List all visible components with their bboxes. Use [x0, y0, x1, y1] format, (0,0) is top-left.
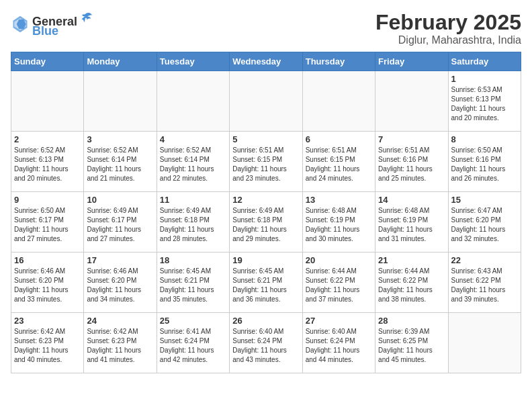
day-number: 9: [14, 195, 81, 205]
logo-icon: [11, 15, 30, 34]
weekday-header: Thursday: [302, 52, 375, 71]
weekday-header: Sunday: [11, 52, 84, 71]
day-number: 20: [306, 255, 372, 265]
day-number: 18: [160, 255, 226, 265]
day-number: 16: [14, 255, 81, 265]
day-number: 8: [451, 134, 518, 144]
calendar-day-cell: 2Sunrise: 6:52 AM Sunset: 6:13 PM Daylig…: [11, 132, 84, 192]
day-info: Sunrise: 6:47 AM Sunset: 6:20 PM Dayligh…: [451, 206, 518, 244]
calendar-day-cell: [230, 71, 302, 132]
calendar-day-cell: 24Sunrise: 6:42 AM Sunset: 6:23 PM Dayli…: [84, 313, 157, 373]
title-area: February 2025 Diglur, Maharashtra, India: [375, 11, 521, 46]
day-info: Sunrise: 6:53 AM Sunset: 6:13 PM Dayligh…: [451, 85, 518, 123]
calendar-day-cell: 11Sunrise: 6:49 AM Sunset: 6:18 PM Dayli…: [157, 192, 229, 253]
calendar-day-cell: 13Sunrise: 6:48 AM Sunset: 6:19 PM Dayli…: [302, 192, 375, 253]
calendar-day-cell: [157, 71, 229, 132]
day-info: Sunrise: 6:49 AM Sunset: 6:17 PM Dayligh…: [87, 206, 153, 244]
day-info: Sunrise: 6:50 AM Sunset: 6:16 PM Dayligh…: [451, 146, 518, 183]
logo-text: General Blue: [32, 11, 93, 37]
page-header: General Blue February 2025 Diglur, Mahar…: [11, 11, 521, 46]
day-info: Sunrise: 6:51 AM Sunset: 6:16 PM Dayligh…: [378, 146, 445, 183]
day-number: 1: [451, 74, 518, 84]
day-info: Sunrise: 6:49 AM Sunset: 6:18 PM Dayligh…: [160, 206, 226, 244]
calendar-day-cell: 16Sunrise: 6:46 AM Sunset: 6:20 PM Dayli…: [11, 253, 84, 313]
weekday-header: Monday: [84, 52, 157, 71]
day-info: Sunrise: 6:41 AM Sunset: 6:24 PM Dayligh…: [160, 327, 226, 365]
calendar-day-cell: 28Sunrise: 6:39 AM Sunset: 6:25 PM Dayli…: [375, 313, 448, 373]
day-number: 24: [87, 316, 153, 326]
calendar-day-cell: 20Sunrise: 6:44 AM Sunset: 6:22 PM Dayli…: [302, 253, 375, 313]
day-info: Sunrise: 6:40 AM Sunset: 6:24 PM Dayligh…: [306, 327, 372, 365]
day-number: 17: [87, 255, 153, 265]
day-info: Sunrise: 6:44 AM Sunset: 6:22 PM Dayligh…: [306, 267, 372, 304]
day-number: 23: [14, 316, 81, 326]
calendar-day-cell: 21Sunrise: 6:44 AM Sunset: 6:22 PM Dayli…: [375, 253, 448, 313]
day-number: 27: [306, 316, 372, 326]
calendar-title: February 2025: [375, 11, 521, 34]
calendar-day-cell: [375, 71, 448, 132]
day-number: 11: [160, 195, 226, 205]
calendar-week-row: 9Sunrise: 6:50 AM Sunset: 6:17 PM Daylig…: [11, 192, 521, 253]
calendar-day-cell: 10Sunrise: 6:49 AM Sunset: 6:17 PM Dayli…: [84, 192, 157, 253]
day-number: 14: [378, 195, 445, 205]
day-info: Sunrise: 6:46 AM Sunset: 6:20 PM Dayligh…: [87, 267, 153, 304]
day-number: 25: [160, 316, 226, 326]
day-number: 21: [378, 255, 445, 265]
day-info: Sunrise: 6:39 AM Sunset: 6:25 PM Dayligh…: [378, 327, 445, 365]
calendar-day-cell: 4Sunrise: 6:52 AM Sunset: 6:14 PM Daylig…: [157, 132, 229, 192]
day-info: Sunrise: 6:49 AM Sunset: 6:18 PM Dayligh…: [232, 206, 299, 244]
calendar-day-cell: 19Sunrise: 6:45 AM Sunset: 6:21 PM Dayli…: [230, 253, 302, 313]
day-number: 13: [306, 195, 372, 205]
calendar-day-cell: 14Sunrise: 6:48 AM Sunset: 6:19 PM Dayli…: [375, 192, 448, 253]
calendar-day-cell: 27Sunrise: 6:40 AM Sunset: 6:24 PM Dayli…: [302, 313, 375, 373]
calendar-header-row: SundayMondayTuesdayWednesdayThursdayFrid…: [11, 52, 521, 71]
day-number: 10: [87, 195, 153, 205]
calendar-week-row: 1Sunrise: 6:53 AM Sunset: 6:13 PM Daylig…: [11, 71, 521, 132]
day-number: 15: [451, 195, 518, 205]
day-info: Sunrise: 6:40 AM Sunset: 6:24 PM Dayligh…: [232, 327, 299, 365]
day-info: Sunrise: 6:43 AM Sunset: 6:22 PM Dayligh…: [451, 267, 518, 304]
calendar-table: SundayMondayTuesdayWednesdayThursdayFrid…: [11, 52, 521, 373]
day-number: 2: [14, 134, 81, 144]
calendar-day-cell: 23Sunrise: 6:42 AM Sunset: 6:23 PM Dayli…: [11, 313, 84, 373]
calendar-day-cell: [448, 313, 521, 373]
day-number: 3: [87, 134, 153, 144]
calendar-day-cell: [302, 71, 375, 132]
weekday-header: Wednesday: [230, 52, 302, 71]
calendar-day-cell: 25Sunrise: 6:41 AM Sunset: 6:24 PM Dayli…: [157, 313, 229, 373]
calendar-week-row: 2Sunrise: 6:52 AM Sunset: 6:13 PM Daylig…: [11, 132, 521, 192]
calendar-week-row: 16Sunrise: 6:46 AM Sunset: 6:20 PM Dayli…: [11, 253, 521, 313]
day-number: 12: [232, 195, 299, 205]
calendar-day-cell: 3Sunrise: 6:52 AM Sunset: 6:14 PM Daylig…: [84, 132, 157, 192]
day-info: Sunrise: 6:51 AM Sunset: 6:15 PM Dayligh…: [306, 146, 372, 183]
calendar-day-cell: 5Sunrise: 6:51 AM Sunset: 6:15 PM Daylig…: [230, 132, 302, 192]
calendar-day-cell: 26Sunrise: 6:40 AM Sunset: 6:24 PM Dayli…: [230, 313, 302, 373]
logo-bird-icon: [79, 11, 93, 26]
day-info: Sunrise: 6:48 AM Sunset: 6:19 PM Dayligh…: [378, 206, 445, 244]
day-info: Sunrise: 6:50 AM Sunset: 6:17 PM Dayligh…: [14, 206, 81, 244]
calendar-subtitle: Diglur, Maharashtra, India: [375, 34, 521, 46]
day-number: 22: [451, 255, 518, 265]
day-number: 26: [232, 316, 299, 326]
calendar-day-cell: 7Sunrise: 6:51 AM Sunset: 6:16 PM Daylig…: [375, 132, 448, 192]
calendar-week-row: 23Sunrise: 6:42 AM Sunset: 6:23 PM Dayli…: [11, 313, 521, 373]
weekday-header: Saturday: [448, 52, 521, 71]
calendar-day-cell: 1Sunrise: 6:53 AM Sunset: 6:13 PM Daylig…: [448, 71, 521, 132]
day-number: 28: [378, 316, 445, 326]
calendar-day-cell: 17Sunrise: 6:46 AM Sunset: 6:20 PM Dayli…: [84, 253, 157, 313]
day-info: Sunrise: 6:46 AM Sunset: 6:20 PM Dayligh…: [14, 267, 81, 304]
calendar-day-cell: 15Sunrise: 6:47 AM Sunset: 6:20 PM Dayli…: [448, 192, 521, 253]
weekday-header: Tuesday: [157, 52, 229, 71]
calendar-day-cell: 12Sunrise: 6:49 AM Sunset: 6:18 PM Dayli…: [230, 192, 302, 253]
calendar-day-cell: [11, 71, 84, 132]
day-number: 7: [378, 134, 445, 144]
day-info: Sunrise: 6:45 AM Sunset: 6:21 PM Dayligh…: [232, 267, 299, 304]
calendar-day-cell: 22Sunrise: 6:43 AM Sunset: 6:22 PM Dayli…: [448, 253, 521, 313]
day-info: Sunrise: 6:44 AM Sunset: 6:22 PM Dayligh…: [378, 267, 445, 304]
calendar-day-cell: [84, 71, 157, 132]
day-info: Sunrise: 6:52 AM Sunset: 6:13 PM Dayligh…: [14, 146, 81, 183]
day-number: 5: [232, 134, 299, 144]
day-info: Sunrise: 6:51 AM Sunset: 6:15 PM Dayligh…: [232, 146, 299, 183]
calendar-day-cell: 18Sunrise: 6:45 AM Sunset: 6:21 PM Dayli…: [157, 253, 229, 313]
day-number: 6: [306, 134, 372, 144]
